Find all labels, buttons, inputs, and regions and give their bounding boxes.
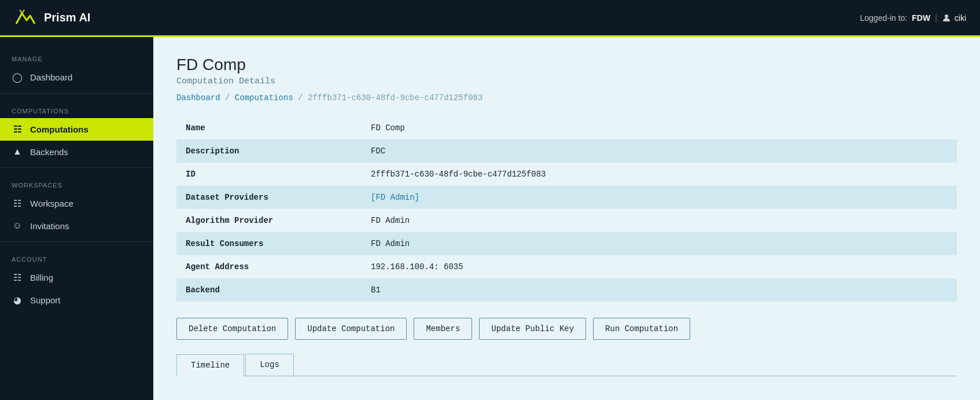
sidebar-item-support[interactable]: ◕ Support [0, 289, 153, 311]
sidebar-item-support-label: Support [30, 295, 61, 305]
sidebar-item-workspace-label: Workspace [30, 199, 73, 208]
content-inner: FD Comp Computation Details Dashboard / … [153, 37, 980, 395]
table-row: Dataset Providers[FD Admin] [176, 186, 957, 209]
account-label: ACCOUNT [0, 247, 153, 266]
billing-icon: ☷ [12, 272, 23, 283]
svg-point-2 [945, 14, 948, 18]
members-button[interactable]: Members [414, 318, 472, 340]
breadcrumb-sep2: / [293, 93, 308, 102]
sidebar: MANAGE ◯ Dashboard COMPUTATIONS ☷ Comput… [0, 37, 153, 400]
sidebar-divider-1 [0, 93, 153, 94]
support-icon: ◕ [12, 295, 23, 306]
sidebar-item-backends[interactable]: ▲ Backends [0, 141, 153, 163]
detail-value: 192.168.100.4: 6035 [362, 255, 957, 278]
backends-icon: ▲ [12, 146, 23, 157]
breadcrumb-computations[interactable]: Computations [235, 93, 293, 102]
detail-value: FD Comp [362, 116, 957, 140]
action-buttons: Delete Computation Update Computation Me… [176, 318, 957, 340]
run-computation-button[interactable]: Run Computation [593, 318, 690, 340]
update-computation-button[interactable]: Update Computation [295, 318, 407, 340]
tab-timeline-label: Timeline [191, 361, 230, 370]
tab-logs[interactable]: Logs [245, 354, 294, 376]
sidebar-item-invitations[interactable]: ☺ Invitations [0, 215, 153, 237]
sidebar-item-billing-label: Billing [30, 273, 53, 282]
breadcrumb: Dashboard / Computations / 2fffb371-c630… [176, 93, 957, 102]
sidebar-item-billing[interactable]: ☷ Billing [0, 266, 153, 289]
logo-icon [14, 8, 37, 28]
detail-label: Algorithm Provider [176, 209, 362, 232]
topbar: Prism AI Logged-in to: FDW | ciki [0, 0, 980, 37]
main-layout: MANAGE ◯ Dashboard COMPUTATIONS ☷ Comput… [0, 37, 980, 400]
sidebar-divider-3 [0, 241, 153, 242]
page-subtitle: Computation Details [176, 76, 957, 86]
tabs: Timeline Logs [176, 354, 957, 376]
detail-value: 2fffb371-c630-48fd-9cbe-c477d125f083 [362, 163, 957, 186]
dashboard-icon: ◯ [12, 72, 23, 83]
delete-computation-button[interactable]: Delete Computation [176, 318, 288, 340]
page-title: FD Comp [176, 56, 957, 74]
table-row: Agent Address192.168.100.4: 6035 [176, 255, 957, 278]
detail-value: FD Admin [362, 209, 957, 232]
manage-label: MANAGE [0, 46, 153, 66]
user-icon [942, 13, 951, 23]
invitations-icon: ☺ [12, 221, 23, 231]
sidebar-item-dashboard-label: Dashboard [30, 72, 72, 82]
detail-label: Backend [176, 278, 362, 302]
table-row: Algorithm ProviderFD Admin [176, 209, 957, 232]
sidebar-item-computations-label: Computations [30, 124, 89, 134]
detail-label: ID [176, 163, 362, 186]
logo: Prism AI [14, 8, 90, 28]
table-row: NameFD Comp [176, 116, 957, 140]
detail-value: FDC [362, 140, 957, 163]
sidebar-item-dashboard[interactable]: ◯ Dashboard [0, 66, 153, 89]
topbar-org: FDW [912, 13, 930, 23]
detail-label: Dataset Providers [176, 186, 362, 209]
details-table: NameFD CompDescriptionFDCID2fffb371-c630… [176, 116, 957, 302]
detail-label: Agent Address [176, 255, 362, 278]
sidebar-item-workspace[interactable]: ☷ Workspace [0, 192, 153, 215]
sidebar-item-backends-label: Backends [30, 147, 68, 157]
workspaces-label: WORKSPACES [0, 173, 153, 192]
workspace-icon: ☷ [12, 198, 23, 209]
detail-label: Name [176, 116, 362, 140]
breadcrumb-sep1: / [220, 93, 235, 102]
svg-line-1 [22, 10, 24, 13]
detail-label: Result Consumers [176, 232, 362, 255]
username: ciki [955, 13, 966, 23]
detail-value: FD Admin [362, 232, 957, 255]
detail-label: Description [176, 140, 362, 163]
tab-timeline[interactable]: Timeline [176, 354, 244, 376]
sidebar-item-invitations-label: Invitations [30, 221, 69, 231]
detail-value: B1 [362, 278, 957, 302]
table-row: ID2fffb371-c630-48fd-9cbe-c477d125f083 [176, 163, 957, 186]
table-row: Result ConsumersFD Admin [176, 232, 957, 255]
breadcrumb-dashboard[interactable]: Dashboard [176, 93, 220, 102]
topbar-user: ciki [942, 13, 966, 23]
topbar-divider: | [935, 13, 937, 23]
detail-value: [FD Admin] [362, 186, 957, 209]
breadcrumb-id: 2fffb371-c630-48fd-9cbe-c477d125f083 [308, 93, 482, 102]
computations-icon: ☷ [12, 124, 23, 135]
topbar-right: Logged-in to: FDW | ciki [860, 13, 967, 23]
sidebar-divider-2 [0, 167, 153, 168]
computations-label: COMPUTATIONS [0, 98, 153, 118]
table-row: BackendB1 [176, 278, 957, 302]
app-name: Prism AI [44, 11, 90, 24]
sidebar-item-computations[interactable]: ☷ Computations [0, 118, 153, 141]
logged-in-label: Logged-in to: [860, 13, 908, 23]
table-row: DescriptionFDC [176, 140, 957, 163]
tab-logs-label: Logs [260, 360, 279, 369]
update-public-key-button[interactable]: Update Public Key [479, 318, 586, 340]
content: FD Comp Computation Details Dashboard / … [153, 37, 980, 400]
